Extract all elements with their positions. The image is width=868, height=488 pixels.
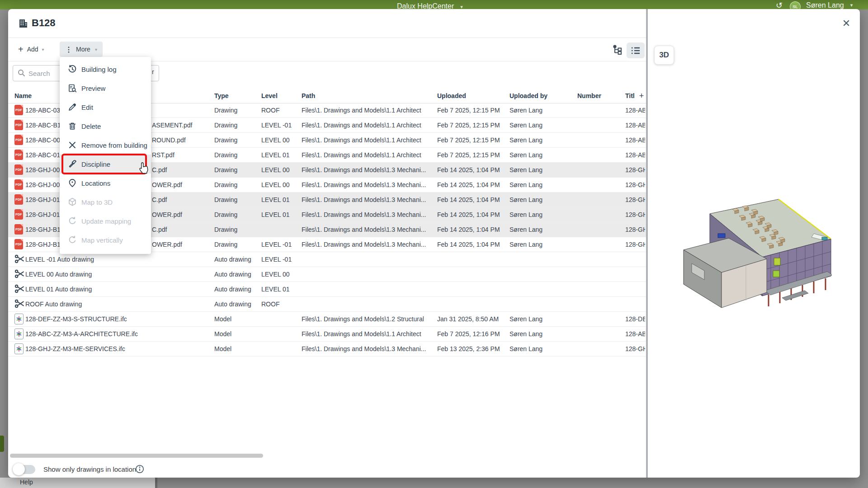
- cell-name: LEVEL 00 Auto drawing: [25, 267, 92, 282]
- pdf-file-icon: PDF: [14, 179, 23, 190]
- cell-type: Drawing: [214, 163, 237, 177]
- auto-file-icon: [14, 284, 24, 295]
- 3d-building-model[interactable]: [678, 196, 832, 309]
- more-button[interactable]: ⋮ More ▾: [60, 42, 103, 57]
- add-button[interactable]: + Add ▾: [18, 42, 44, 57]
- cell-type: Drawing: [214, 133, 237, 147]
- app-title[interactable]: Dalux HelpCenter▾: [397, 2, 463, 9]
- cell-uploaded: Feb 14 2025, 1:04 PM: [437, 178, 500, 192]
- show-only-drawings-toggle[interactable]: [14, 465, 35, 474]
- history-icon: [68, 65, 77, 74]
- cell-name-tail: OWER.pdf: [152, 207, 182, 222]
- table-row[interactable]: LEVEL 00 Auto drawing Auto drawing LEVEL…: [8, 267, 646, 282]
- cell-title: 128-AB: [625, 148, 645, 162]
- cell-level: ROOF: [261, 103, 279, 117]
- cell-uploaded: Feb 14 2025, 1:04 PM: [437, 222, 500, 237]
- pdf-file-icon: PDF: [14, 150, 23, 160]
- col-uploaded-by[interactable]: Uploaded by: [509, 89, 547, 103]
- menu-item-map-vertically: Map vertically: [60, 230, 151, 249]
- horizontal-scrollbar[interactable]: [10, 454, 263, 458]
- cell-path: Files\1. Drawings and Models\1.1 Archite…: [302, 148, 435, 162]
- cell-uploaded-by: Søren Lang: [509, 312, 542, 326]
- table-row[interactable]: 128-GHJ-ZZ-M3-ME-SERVICES.ifc Model File…: [8, 342, 646, 357]
- menu-item-remove-from-building[interactable]: Remove from building: [60, 136, 151, 155]
- cell-level: LEVEL -01: [261, 237, 292, 252]
- menu-item-delete[interactable]: Delete: [60, 117, 151, 136]
- auto-file-icon: [14, 299, 24, 310]
- cell-name-tail: OWER.pdf: [152, 237, 182, 252]
- cell-uploaded: Feb 7 2025, 12:16 PM: [437, 327, 500, 341]
- close-icon[interactable]: ✕: [839, 16, 854, 31]
- menu-item-edit[interactable]: Edit: [60, 98, 151, 117]
- cell-type: Drawing: [214, 207, 237, 222]
- col-level[interactable]: Level: [261, 89, 278, 103]
- cell-uploaded-by: Søren Lang: [509, 103, 542, 117]
- cell-type: Drawing: [214, 118, 237, 132]
- cell-name: 128-DEF-ZZ-M3-S-STRUCTURE.ifc: [25, 312, 127, 326]
- table-row[interactable]: ROOF Auto drawing Auto drawing ROOF: [8, 297, 646, 312]
- map-vertically-icon: [68, 235, 77, 244]
- cell-type: Drawing: [214, 192, 237, 207]
- col-uploaded[interactable]: Uploaded: [437, 89, 466, 103]
- col-name[interactable]: Name: [14, 89, 32, 103]
- cell-title: 128-GH: [625, 163, 645, 177]
- pdf-file-icon: PDF: [14, 164, 23, 175]
- cell-title: 128-GH: [625, 237, 645, 252]
- user-menu[interactable]: ↺ SL Søren Lang ▾: [776, 1, 853, 9]
- add-column-button[interactable]: +: [637, 89, 646, 103]
- list-view-icon[interactable]: [627, 42, 645, 58]
- divider: [8, 38, 646, 38]
- cell-name-tail: ROUND.pdf: [152, 133, 186, 147]
- cell-name: 128-GHJ-01: [25, 192, 60, 207]
- cell-name: 128-GHJ-00: [25, 178, 60, 192]
- cell-path: Files\1. Drawings and Models\1.1 Archite…: [302, 133, 435, 147]
- background-green-element: [0, 436, 4, 452]
- cell-name-tail: C.pdf: [152, 222, 167, 237]
- menu-item-preview[interactable]: Preview: [60, 79, 151, 98]
- hand-cursor: [138, 162, 150, 177]
- cell-level: LEVEL -01: [261, 118, 292, 132]
- cell-uploaded: Feb 7 2025, 12:15 PM: [437, 133, 500, 147]
- cell-path: Files\1. Drawings and Models\1.1 Archite…: [302, 103, 435, 117]
- cell-title: 128-AB: [625, 327, 645, 341]
- cell-type: Drawing: [214, 103, 237, 117]
- cell-type: Auto drawing: [214, 267, 251, 282]
- menu-item-locations[interactable]: Locations: [60, 174, 151, 192]
- cell-path: Files\1. Drawings and Models\1.3 Mechani…: [302, 163, 435, 177]
- table-row[interactable]: 128-ABC-ZZ-M3-A-ARCHITECTURE.ifc Model F…: [8, 327, 646, 342]
- cell-path: Files\1. Drawings and Models\1.1 Archite…: [302, 327, 435, 341]
- cell-title: 128-GH: [625, 342, 645, 356]
- table-row[interactable]: LEVEL -01 Auto drawing Auto drawing LEVE…: [8, 252, 646, 267]
- 3d-toggle-button[interactable]: 3D: [654, 46, 674, 65]
- col-title[interactable]: Titl: [625, 89, 637, 103]
- chevron-down-icon: ▾: [850, 2, 853, 8]
- cell-uploaded-by: Søren Lang: [509, 148, 542, 162]
- cell-path: Files\1. Drawings and Models\1.3 Mechani…: [302, 207, 435, 222]
- col-type[interactable]: Type: [214, 89, 229, 103]
- cell-uploaded: Feb 13 2025, 2:36 PM: [437, 342, 500, 356]
- cell-title: 128-AB: [625, 133, 645, 147]
- tree-view-icon[interactable]: [612, 44, 624, 56]
- table-row[interactable]: LEVEL 01 Auto drawing Auto drawing LEVEL…: [8, 282, 646, 297]
- cell-path: Files\1. Drawings and Models\1.1 Archite…: [302, 118, 435, 132]
- cell-uploaded-by: Søren Lang: [509, 192, 542, 207]
- cell-name-tail: OWER.pdf: [152, 178, 182, 192]
- menu-item-building-log[interactable]: Building log: [60, 60, 151, 79]
- cell-level: LEVEL 01: [261, 192, 290, 207]
- cell-uploaded-by: Søren Lang: [509, 178, 542, 192]
- avatar[interactable]: SL: [790, 1, 801, 9]
- update-mapping-icon: [68, 216, 77, 225]
- history-icon[interactable]: ↺: [776, 1, 783, 9]
- map-to-3d-icon: [68, 197, 77, 206]
- help-link[interactable]: Help: [20, 479, 33, 486]
- panel-divider[interactable]: [646, 9, 648, 478]
- menu-item-map-to-3d: Map to 3D: [60, 192, 151, 211]
- cell-path: Files\1. Drawings and Models\1.2 Structu…: [302, 312, 435, 326]
- info-icon[interactable]: [135, 465, 144, 475]
- col-number[interactable]: Number: [577, 89, 601, 103]
- menu-item-discipline[interactable]: Discipline: [60, 155, 151, 174]
- table-row[interactable]: 128-DEF-ZZ-M3-S-STRUCTURE.ifc Model File…: [8, 312, 646, 327]
- cell-uploaded-by: Søren Lang: [509, 237, 542, 252]
- col-path[interactable]: Path: [302, 89, 315, 103]
- cell-type: Model: [214, 327, 231, 341]
